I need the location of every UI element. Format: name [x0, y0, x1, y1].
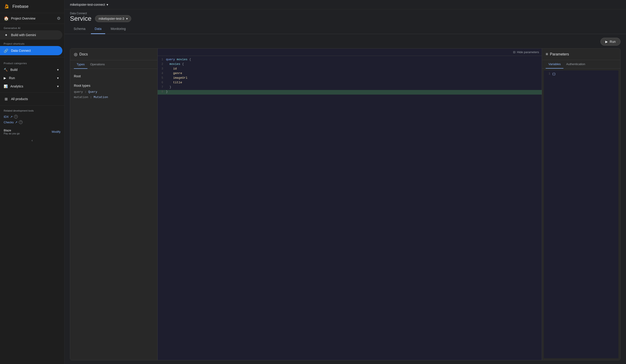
parameters-title: Parameters: [550, 52, 569, 56]
docs-tabs: Types Operations: [70, 60, 157, 69]
run-bar: ▶ Run: [70, 38, 621, 45]
params-panel-header: ≡ Parameters: [542, 49, 620, 60]
tab-monitoring[interactable]: Monitoring: [107, 24, 129, 34]
docs-panel: ◎ Docs Types Operations Root Root types …: [70, 49, 158, 360]
run-button[interactable]: ▶ Run: [600, 38, 621, 45]
code-line-8: 8 }: [158, 90, 542, 95]
idx-link-text: IDX: [4, 115, 9, 118]
service-name: mikelopster-test-3: [99, 17, 124, 20]
service-selector[interactable]: mikelopster-test-3 ▾: [95, 15, 131, 22]
settings-icon[interactable]: ⚙: [57, 16, 61, 21]
data-connect-label: Data Connect: [11, 49, 31, 52]
all-products-icon: ⊞: [4, 97, 8, 101]
collapse-sidebar-button[interactable]: ‹: [0, 137, 64, 144]
sidebar-item-data-connect[interactable]: 🔗 Data Connect: [0, 46, 62, 55]
code-line-1: 1 query movies {: [158, 58, 542, 62]
run-play-icon: ▶: [605, 40, 608, 43]
sidebar-header: Firebase: [0, 0, 64, 13]
code-panel-toolbar: ⊟ Hide parameters: [158, 49, 542, 56]
code-line-4: 4 genre: [158, 72, 542, 76]
sidebar-item-build[interactable]: 🔨 Build ▾: [0, 66, 62, 74]
panels-row: ◎ Docs Types Operations Root Root types …: [70, 48, 621, 360]
code-panel: ⊟ Hide parameters 1 query movies { 2 mov…: [158, 49, 542, 360]
params-tab-variables[interactable]: Variables: [546, 60, 563, 69]
breadcrumb-area: Data Connect: [64, 9, 626, 15]
docs-tab-operations[interactable]: Operations: [87, 60, 108, 69]
docs-title: Docs: [79, 52, 88, 56]
code-line-7: 7 }: [158, 85, 542, 90]
hide-params-label: Hide parameters: [517, 50, 539, 54]
json-line-num: 1: [546, 72, 552, 356]
code-line-6: 6 title: [158, 81, 542, 85]
checks-external-icon: ↗: [15, 121, 17, 124]
project-selector[interactable]: mikelopster-test-connect ▾: [70, 3, 108, 6]
run-chevron-icon: ▾: [57, 76, 59, 80]
dev-tools-section: Related development tools IDX ↗ ? Checks…: [0, 108, 64, 127]
plan-subtitle: Pay as you go: [4, 132, 20, 135]
params-panel: ≡ Parameters Variables Authentication 1 …: [542, 49, 620, 360]
tabs-bar: Schema Data Monitoring: [64, 24, 626, 34]
docs-panel-header: ◎ Docs: [70, 49, 157, 60]
app-title: Firebase: [12, 4, 29, 9]
data-connect-icon: 🔗: [4, 48, 8, 53]
docs-type-query: query : Query: [74, 89, 154, 95]
docs-tab-types[interactable]: Types: [74, 60, 87, 69]
code-line-5: 5 imageUrl: [158, 76, 542, 81]
docs-icon: ◎: [74, 52, 78, 57]
breadcrumb: Data Connect: [70, 12, 87, 15]
page-header: Service mikelopster-test-3 ▾: [64, 15, 626, 24]
editor-area: ▶ Run ◎ Docs Types Operations Root Root …: [64, 34, 626, 364]
sidebar-item-run[interactable]: ▶ Run ▾: [0, 74, 62, 82]
checks-link[interactable]: Checks ↗ ?: [4, 119, 61, 125]
idx-help-icon[interactable]: ?: [14, 115, 18, 118]
generative-ai-label: Generative AI: [0, 24, 64, 30]
tab-data[interactable]: Data: [91, 24, 105, 34]
checks-help-icon[interactable]: ?: [19, 120, 23, 124]
divider-1: [0, 57, 64, 57]
run-button-label: Run: [610, 40, 616, 43]
run-label: Run: [9, 76, 15, 80]
collapse-icon: ‹: [32, 139, 33, 142]
sidebar-item-gemini[interactable]: ✦ Build with Gemini: [0, 30, 62, 39]
hide-params-icon: ⊟: [513, 50, 515, 54]
sidebar: Firebase 🏠 Project Overview ⚙ Generative…: [0, 0, 64, 364]
project-overview-item[interactable]: 🏠 Project Overview: [4, 16, 36, 21]
docs-content: Root Root types query : Query mutation :…: [70, 69, 157, 360]
idx-link[interactable]: IDX ↗ ?: [4, 114, 61, 119]
page-title: Service: [70, 15, 91, 22]
project-selector-name: mikelopster-test-connect: [70, 3, 105, 6]
build-icon: 🔨: [4, 68, 8, 72]
params-tabs: Variables Authentication: [542, 60, 620, 69]
analytics-chevron-icon: ▾: [57, 84, 59, 88]
params-content: 1 {}: [542, 69, 620, 360]
build-chevron-icon: ▾: [57, 68, 59, 72]
sidebar-item-analytics[interactable]: 📊 Analytics ▾: [0, 82, 62, 90]
firebase-logo: [4, 3, 10, 10]
analytics-icon: 📊: [4, 84, 8, 88]
sidebar-item-all-products[interactable]: ⊞ All products: [0, 94, 62, 104]
checks-link-text: Checks: [4, 121, 14, 124]
dev-tools-title: Related development tools: [4, 109, 61, 112]
service-chevron-icon: ▾: [126, 17, 128, 20]
external-link-icon: ↗: [10, 115, 13, 118]
top-bar: mikelopster-test-connect ▾: [64, 0, 626, 9]
divider-2: [0, 92, 64, 93]
divider-3: [0, 105, 64, 106]
modify-button[interactable]: Modify: [52, 130, 61, 133]
project-shortcuts-label: Project shortcuts: [0, 39, 64, 46]
all-products-label: All products: [11, 97, 28, 101]
blaze-section: Blaze Pay as you go Modify: [0, 127, 64, 137]
hide-params-button[interactable]: ⊟ Hide parameters: [513, 50, 539, 54]
gemini-label: Build with Gemini: [11, 33, 36, 37]
docs-root-label: Root: [74, 73, 154, 80]
parameters-icon: ≡: [546, 52, 548, 57]
plan-name: Blaze: [4, 129, 20, 132]
code-editor[interactable]: 1 query movies { 2 movies { 3 id 4 genre: [158, 56, 542, 360]
json-editor[interactable]: 1 {}: [544, 71, 618, 358]
tab-schema[interactable]: Schema: [70, 24, 89, 34]
code-line-2: 2 movies {: [158, 62, 542, 67]
docs-type-mutation: mutation : Mutation: [74, 95, 154, 100]
sidebar-project-row[interactable]: 🏠 Project Overview ⚙: [0, 13, 64, 24]
docs-root-types-title: Root types: [74, 83, 154, 87]
params-tab-authentication[interactable]: Authentication: [563, 60, 588, 69]
